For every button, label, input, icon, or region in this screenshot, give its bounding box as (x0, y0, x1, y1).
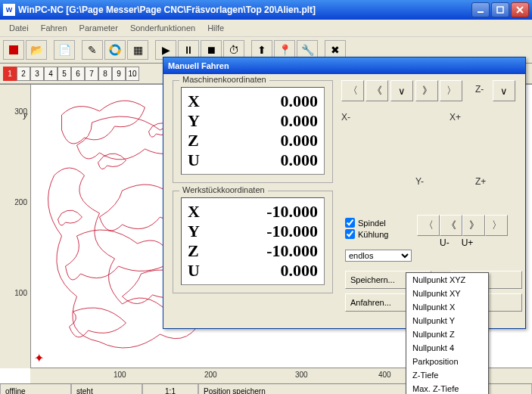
tool-open[interactable]: 📂 (26, 40, 47, 60)
jog-x-plus-fast[interactable]: 》 (415, 80, 438, 101)
popup-item[interactable]: Nullpunkt Z (406, 327, 488, 341)
checkboxes: Spindel Kühlung (345, 218, 388, 240)
popup-item[interactable]: Nullpunkt Y (406, 314, 488, 327)
window-title: WinPC-NC [G:\Page Messer\Page CNC\Fräsvo… (18, 5, 471, 15)
minimize-button[interactable] (471, 2, 490, 17)
machine-x: 0.000 (210, 92, 318, 111)
tool-7[interactable]: 7 (85, 67, 98, 81)
work-x: -10.000 (210, 202, 318, 222)
group-work-coords: Werkstückkoordinaten X-10.000 Y-10.000 Z… (173, 191, 333, 293)
jog-x-minus[interactable]: 〈 (341, 80, 364, 101)
work-u: 0.000 (210, 261, 318, 281)
popup-item[interactable]: Nullpunkt XYZ (406, 273, 488, 287)
speed-select[interactable]: endlos (345, 250, 412, 262)
jog-x-plus[interactable]: 〉 (440, 80, 462, 101)
tool-edit[interactable]: 📄 (54, 40, 75, 60)
jog-u-minus[interactable]: 〈 (417, 215, 440, 236)
tool-grid[interactable]: ▦ (127, 40, 148, 60)
menu-fahren[interactable]: Fahren (35, 21, 73, 35)
dialog-title: Manuell Fahren (163, 57, 525, 74)
menu-datei[interactable]: Datei (3, 21, 35, 35)
jog-u-minus-fast[interactable]: 《 (440, 215, 462, 236)
tool-5[interactable]: 5 (58, 67, 71, 81)
maximize-button[interactable] (491, 2, 509, 17)
popup-item[interactable]: Max. Z-Tiefe (406, 382, 488, 394)
status-state: steht (71, 384, 142, 394)
y-axis: y 300 200 100 (0, 85, 31, 368)
popup-item[interactable]: Nullpunkt XY (406, 287, 488, 300)
origin-marker: ✦ (34, 351, 44, 365)
popup-item[interactable]: Parkposition (406, 355, 488, 368)
window-titlebar: W WinPC-NC [G:\Page Messer\Page CNC\Fräs… (0, 0, 532, 20)
jog-z-plus[interactable]: ∨ (493, 80, 515, 101)
machine-y: 0.000 (210, 111, 318, 131)
menubar: Datei Fahren Parameter Sonderfunktionen … (0, 20, 532, 37)
save-popup-menu: Nullpunkt XYZ Nullpunkt XY Nullpunkt X N… (406, 272, 489, 394)
check-cooling[interactable]: Kühlung (345, 229, 388, 239)
jog-y-minus[interactable]: ∨ (390, 80, 413, 101)
popup-item[interactable]: Nullpunkt X (406, 300, 488, 314)
machine-z: 0.000 (210, 131, 318, 150)
tool-8[interactable]: 8 (98, 67, 112, 81)
menu-parameter[interactable]: Parameter (73, 21, 124, 35)
jog-x-minus-fast[interactable]: 《 (366, 80, 388, 101)
tool-3[interactable]: 3 (30, 67, 44, 81)
status-connection: offline (0, 384, 71, 394)
tool-10[interactable]: 10 (126, 67, 139, 81)
group-machine-coords: Maschinenkoordinaten X0.000 Y0.000 Z0.00… (173, 80, 333, 183)
machine-u: 0.000 (210, 150, 318, 170)
tool-2[interactable]: 2 (17, 67, 30, 81)
work-z: -10.000 (210, 241, 318, 261)
menu-sonderfunktionen[interactable]: Sonderfunktionen (124, 21, 201, 35)
tool-stop[interactable] (3, 40, 24, 60)
jog-u-plus[interactable]: 〉 (485, 215, 508, 236)
tool-9[interactable]: 9 (112, 67, 126, 81)
tool-4[interactable]: 4 (44, 67, 58, 81)
menu-hilfe[interactable]: Hilfe (201, 21, 230, 35)
close-button[interactable] (511, 2, 529, 17)
tool-1[interactable]: 1 (3, 67, 17, 81)
jog-area: Y+ Z- ∧ ∧ ︽ ︽ X- X+ 〈 《 》 〉 ︾ ︾ ∨ ∨ Y- Z… (345, 80, 515, 209)
tool-6[interactable]: 6 (71, 67, 85, 81)
tool-color[interactable] (104, 40, 126, 60)
app-icon: W (3, 4, 15, 16)
work-y: -10.000 (210, 222, 318, 241)
check-spindle[interactable]: Spindel (345, 218, 388, 228)
svg-rect-1 (497, 7, 503, 13)
jog-u-plus-fast[interactable]: 》 (462, 215, 485, 236)
status-zoom: 1:1 (142, 384, 198, 394)
popup-item[interactable]: Z-Tiefe (406, 368, 488, 382)
popup-item[interactable]: Nullpunkt 4 (406, 341, 488, 355)
tool-path[interactable]: ✎ (82, 40, 103, 60)
